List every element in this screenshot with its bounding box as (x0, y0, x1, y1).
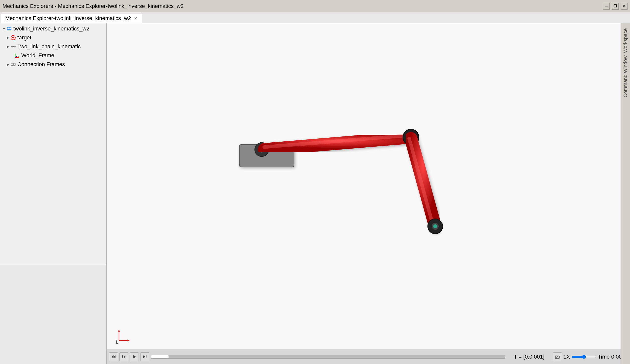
svg-rect-6 (14, 46, 16, 47)
svg-text:L: L (116, 340, 118, 344)
tab-bar: Mechanics Explorer-twolink_inverse_kinem… (0, 12, 630, 23)
workspace-label: Workspace (622, 28, 628, 53)
expand-icon-chain[interactable]: ▶ (6, 44, 10, 48)
chain-icon (10, 44, 16, 49)
title-bar-controls: ─ ❐ ✕ (603, 3, 628, 10)
axes-indicator: L (114, 327, 131, 344)
tree-item-root-label: twolink_inverse_kinematics_w2 (14, 25, 90, 32)
minimize-button[interactable]: ─ (603, 3, 610, 10)
forward-step-button[interactable] (140, 352, 149, 361)
svg-rect-2 (10, 28, 11, 29)
back-step-button[interactable] (120, 352, 128, 361)
close-button[interactable]: ✕ (620, 3, 628, 10)
world-frame-icon (14, 53, 20, 58)
svg-rect-14 (14, 63, 15, 66)
tree-item-chain-label: Two_link_chain_kinematic (17, 43, 81, 50)
expand-icon[interactable]: ▼ (2, 27, 6, 31)
expand-icon-target[interactable]: ▶ (6, 36, 10, 40)
model-tree[interactable]: ▼ twolink_inverse_kinematics_w2 ▶ target (0, 23, 106, 265)
svg-rect-0 (7, 27, 12, 30)
rewind-button[interactable] (109, 352, 118, 361)
tab-close-button[interactable]: ✕ (133, 16, 138, 20)
svg-marker-32 (127, 340, 130, 342)
tree-item-chain[interactable]: ▶ Two_link_chain_kinematic (0, 42, 106, 51)
main-tab[interactable]: Mechanics Explorer-twolink_inverse_kinem… (1, 14, 142, 23)
svg-rect-39 (146, 355, 146, 358)
tree-item-world-label: World_Frame (21, 52, 54, 59)
svg-rect-36 (122, 355, 123, 358)
timeline-track[interactable] (151, 355, 505, 359)
speed-label: 1X (563, 354, 570, 360)
back-step-icon (122, 354, 126, 359)
right-sidebar: Workspace Command Window (620, 23, 630, 364)
title-bar-left: Mechanics Explorers - Mechanics Explorer… (2, 3, 184, 9)
target-icon (10, 35, 16, 40)
camera-button[interactable] (553, 352, 562, 361)
tree-item-connframes[interactable]: ▶ Connection Frames (0, 60, 106, 69)
tree-item-target-label: target (17, 34, 31, 41)
title-bar: Mechanics Explorers - Mechanics Explorer… (0, 0, 630, 12)
svg-rect-13 (11, 63, 13, 66)
properties-area (0, 265, 106, 364)
tree-item-root[interactable]: ▼ twolink_inverse_kinematics_w2 (0, 24, 106, 33)
svg-line-19 (264, 137, 410, 150)
tab-label: Mechanics Explorer-twolink_inverse_kinem… (5, 15, 131, 21)
svg-rect-5 (11, 46, 13, 47)
tree-item-world[interactable]: ▶ World_Frame (0, 51, 106, 60)
svg-marker-38 (133, 355, 136, 359)
play-icon (132, 354, 137, 359)
left-panel: ▼ twolink_inverse_kinematics_w2 ▶ target (0, 23, 106, 364)
model-icon (6, 26, 12, 31)
svg-point-42 (557, 357, 558, 358)
svg-rect-7 (13, 46, 14, 47)
svg-marker-37 (124, 355, 126, 358)
timeline-progress (151, 355, 168, 358)
restore-button[interactable]: ❐ (612, 3, 618, 10)
playback-bar: T = [0,0.001] 1X Time 0.001 (106, 349, 630, 364)
forward-step-icon (142, 354, 147, 359)
window-title: Mechanics Explorers - Mechanics Explorer… (2, 3, 184, 9)
svg-marker-40 (143, 355, 145, 358)
command-window-label: Command Window (622, 55, 628, 97)
expand-icon-conn[interactable]: ▶ (6, 62, 10, 66)
rewind-icon (111, 354, 116, 359)
tree-item-connframes-label: Connection Frames (17, 61, 65, 68)
svg-point-28 (433, 224, 437, 228)
svg-rect-1 (8, 28, 9, 29)
svg-marker-30 (118, 329, 120, 332)
svg-marker-34 (114, 355, 116, 358)
play-button[interactable] (130, 352, 139, 361)
robot-arm-visualization (106, 23, 630, 364)
svg-marker-35 (112, 355, 114, 358)
time-display: T = [0,0.001] (507, 354, 552, 360)
tree-item-target[interactable]: ▶ target (0, 33, 106, 42)
speed-slider[interactable] (572, 355, 596, 359)
connection-frames-icon (10, 62, 16, 67)
svg-point-4 (12, 37, 14, 39)
viewport[interactable]: L (106, 23, 630, 364)
camera-icon (555, 354, 560, 359)
main-content: ▼ twolink_inverse_kinematics_w2 ▶ target (0, 23, 630, 364)
